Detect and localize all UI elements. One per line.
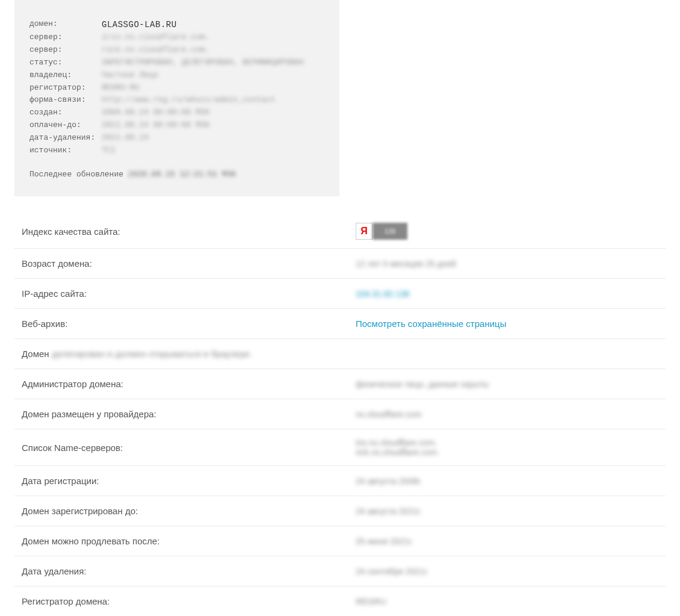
whois-row: дата-удаления:2021.09.24 [29,132,324,145]
ip-value[interactable]: 104.31.82.136 [356,289,410,299]
whois-row: регистратор:REGRU-RU [29,82,324,95]
delegated-line: Домен делегирован и должен открываться в… [22,349,252,359]
row-age: Возраст домена: 12 лет 0 месяцев 25 дней [14,249,666,279]
whois-update-prefix: Последнее обновление [29,170,128,179]
whois-value: TCI [102,145,116,157]
whois-row: владелец:Частное Лицо [29,69,324,82]
row-renew: Домен можно продлевать после: 25 июня 20… [14,526,666,556]
admin-label: Администратор домена: [22,379,356,389]
ip-label: IP-адрес сайта: [22,288,356,299]
registrar-value: REGRU [356,597,386,606]
age-value: 12 лет 0 месяцев 25 дней [356,259,456,269]
registrar-label: Регистратор домена: [22,596,356,606]
whois-row: оплачен-до:2021.08.24 00:00:00 MSK [29,119,324,132]
row-reguntil: Домен зарегистрирован до: 24 августа 202… [14,496,666,526]
whois-key: оплачен-до: [29,119,102,132]
delegated-blur: делегирован и должен открываться в брауз… [52,349,252,359]
row-ip: IP-адрес сайта: 104.31.82.136 [14,279,666,309]
whois-value: http://www.reg.ru/whois/admin_contact [102,94,276,107]
ns-value-2: rick.ns.cloudflare.com. [356,447,439,457]
whois-key: форма-связи: [29,94,102,107]
ns-value-1: iris.ns.cloudflare.com. [356,438,439,447]
row-provider: Домен размещен у провайдера: ns.cloudfla… [14,399,666,429]
row-admin: Администратор домена: физическое лицо, д… [14,369,666,399]
age-label: Возраст домена: [22,258,356,269]
archive-label: Веб-архив: [22,319,356,329]
yandex-icon: Я [356,223,372,240]
whois-key: дата-удаления: [29,132,102,145]
whois-key: сервер: [29,31,102,44]
whois-value: REGRU-RU [102,82,139,95]
row-registrar: Регистратор домена: REGRU [14,586,666,616]
renew-label: Домен можно продлевать после: [22,536,356,546]
yandex-score: 120 [372,223,407,240]
whois-rows: домен:GLASSGO-LAB.RUсервер:iris.ns.cloud… [29,18,324,157]
whois-key: регистратор: [29,82,102,95]
reguntil-value: 24 августа 2021г. [356,506,422,516]
whois-box: домен:GLASSGO-LAB.RUсервер:iris.ns.cloud… [14,0,339,196]
whois-update-date: 2020.09.15 12:21:51 MSK [128,169,236,181]
whois-value: ЗАРЕГИСТРИРОВАН, ДЕЛЕГИРОВАН, ВЕРИФИЦИРО… [102,57,303,69]
whois-row: сервер:rick.ns.cloudflare.com. [29,44,324,57]
whois-value: 2008.08.24 00:00:00 MSK [102,107,209,119]
yandex-badge: Я 120 [356,223,407,240]
regdate-value: 24 августа 2008г. [356,476,422,486]
delegated-prefix: Домен [22,349,52,359]
whois-row: создан:2008.08.24 00:00:00 MSK [29,107,324,119]
provider-value: ns.cloudflare.com [356,409,422,419]
admin-value: физическое лицо, данные скрыты [356,379,489,389]
whois-key: создан: [29,107,102,119]
whois-key: сервер: [29,44,102,57]
row-delegated: Домен делегирован и должен открываться в… [14,339,666,369]
row-archive: Веб-архив: Посмотреть сохранённые страни… [14,309,666,339]
whois-row: форма-связи:http://www.reg.ru/whois/admi… [29,94,324,107]
quality-value: Я 120 [356,223,407,240]
whois-key: владелец: [29,69,102,82]
whois-value: Частное Лицо [102,69,158,82]
whois-key: статус: [29,57,102,69]
row-regdate: Дата регистрации: 24 августа 2008г. [14,466,666,496]
row-ns: Список Name-серверов: iris.ns.cloudflare… [14,429,666,466]
whois-row: сервер:iris.ns.cloudflare.com. [29,31,324,44]
whois-value: rick.ns.cloudflare.com. [102,44,209,57]
row-delete: Дата удаления: 24 сентября 2021г. [14,556,666,586]
provider-label: Домен размещен у провайдера: [22,409,356,419]
row-quality: Индекс качества сайта: Я 120 [14,214,666,249]
ns-label: Список Name-серверов: [22,443,356,453]
regdate-label: Дата регистрации: [22,476,356,486]
whois-update-line: Последнее обновление 2020.09.15 12:21:51… [29,169,324,181]
reguntil-label: Домен зарегистрирован до: [22,506,356,516]
whois-row: статус:ЗАРЕГИСТРИРОВАН, ДЕЛЕГИРОВАН, ВЕР… [29,57,324,69]
whois-row: источник:TCI [29,145,324,157]
whois-value: 2021.08.24 00:00:00 MSK [102,119,209,132]
whois-value: 2021.09.24 [102,132,149,145]
archive-link[interactable]: Посмотреть сохранённые страницы [356,319,506,329]
delete-value: 24 сентября 2021г. [356,567,429,576]
whois-key: домен: [29,18,102,31]
whois-row: домен:GLASSGO-LAB.RU [29,18,324,31]
quality-label: Индекс качества сайта: [22,226,356,237]
whois-value: GLASSGO-LAB.RU [102,18,177,31]
info-table: Индекс качества сайта: Я 120 Возраст дом… [0,214,680,616]
renew-value: 25 июня 2021г. [356,537,413,546]
whois-value: iris.ns.cloudflare.com. [102,31,209,44]
delete-label: Дата удаления: [22,566,356,576]
whois-key: источник: [29,145,102,157]
ns-value: iris.ns.cloudflare.com. rick.ns.cloudfla… [356,438,439,457]
